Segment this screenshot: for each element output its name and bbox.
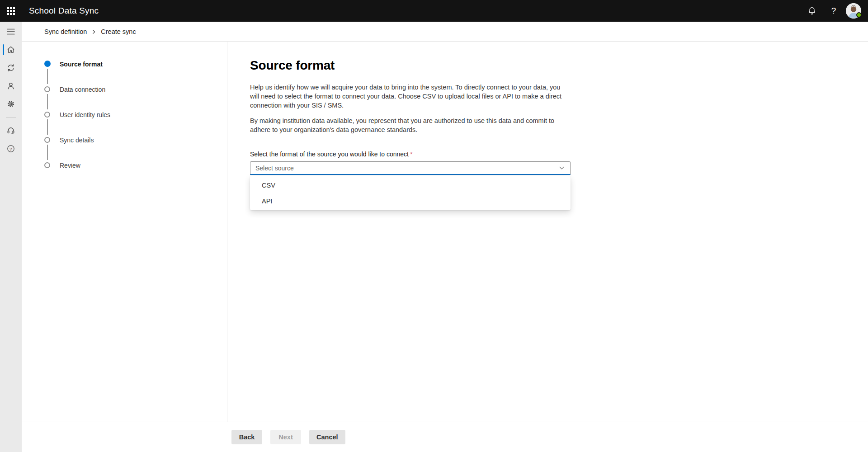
source-format-dropdown-menu: CSV API [250, 176, 571, 210]
help-circle-icon: ? [6, 144, 15, 153]
app-title: School Data Sync [29, 6, 99, 16]
content-area: Sync definition Create sync Source forma… [22, 22, 868, 452]
wizard-body: Source format Data connection User ident… [22, 42, 868, 422]
breadcrumb: Sync definition Create sync [22, 22, 868, 42]
page-title: Source format [250, 58, 868, 73]
back-button[interactable]: Back [231, 430, 262, 444]
app-shell: ? Sync definition Create sync Source for… [0, 22, 868, 452]
sidebar-item-settings[interactable] [0, 95, 22, 113]
chevron-right-icon [91, 29, 96, 34]
step-user-identity-rules: User identity rules [44, 111, 227, 137]
sidebar-divider [6, 117, 16, 118]
wizard-stepper: Source format Data connection User ident… [22, 42, 227, 422]
source-format-combobox[interactable]: Select source [250, 161, 571, 175]
chevron-down-icon [559, 165, 565, 171]
nav-collapse-button[interactable] [0, 23, 22, 41]
notifications-button[interactable] [801, 0, 823, 22]
step-dot [44, 112, 50, 118]
breadcrumb-item-sync-definition[interactable]: Sync definition [44, 28, 87, 35]
step-data-connection: Data connection [44, 86, 227, 111]
step-dot [44, 137, 50, 143]
sync-icon [6, 63, 15, 72]
step-review: Review [44, 162, 227, 169]
sidebar-item-support[interactable] [0, 122, 22, 140]
bell-icon [807, 6, 816, 15]
cancel-button[interactable]: Cancel [309, 430, 345, 444]
presence-available-badge [856, 12, 862, 18]
people-icon [6, 81, 15, 90]
help-button[interactable]: ? [823, 0, 844, 22]
settings-icon [6, 99, 15, 108]
option-csv[interactable]: CSV [250, 177, 571, 193]
sidebar-item-help[interactable]: ? [0, 140, 22, 158]
topbar-actions: ? [801, 0, 868, 22]
step-sync-details: Sync details [44, 137, 227, 162]
combobox-placeholder: Select source [255, 165, 559, 172]
step-dot [44, 162, 50, 168]
option-api[interactable]: API [250, 193, 571, 209]
sidebar-item-users[interactable] [0, 77, 22, 95]
sidebar: ? [0, 22, 22, 452]
wizard-footer: Back Next Cancel [22, 422, 868, 452]
home-icon [6, 45, 15, 54]
global-nav-menu-icon [7, 28, 15, 35]
intro-paragraph: Help us identify how we will acquire you… [250, 83, 566, 110]
step-source-format: Source format [44, 61, 227, 86]
app-launcher-icon [7, 7, 15, 15]
source-format-field-label: Select the format of the source you woul… [250, 151, 868, 158]
account-button[interactable] [844, 0, 865, 22]
sidebar-item-sync[interactable] [0, 59, 22, 77]
breadcrumb-item-create-sync: Create sync [101, 28, 136, 35]
required-asterisk: * [410, 151, 412, 158]
governance-paragraph: By making institution data available, yo… [250, 116, 566, 134]
app-launcher-button[interactable] [0, 0, 22, 22]
step-dot-active [44, 61, 51, 67]
svg-text:?: ? [9, 146, 12, 151]
next-button[interactable]: Next [270, 430, 301, 444]
sidebar-item-home[interactable] [0, 41, 22, 59]
step-dot [44, 86, 50, 92]
help-icon: ? [831, 6, 836, 16]
headset-icon [6, 126, 15, 135]
main-panel: Source format Help us identify how we wi… [227, 42, 868, 422]
topbar: School Data Sync ? [0, 0, 868, 22]
